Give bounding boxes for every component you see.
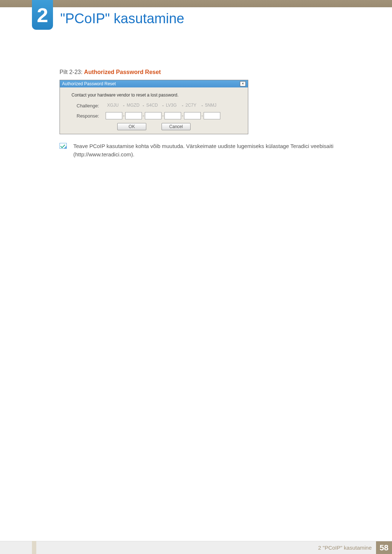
challenge-part-3: S4CD — [145, 103, 162, 108]
challenge-row: Challenge: XGJU- MGZD- S4CD- LV3G- 2C7Y-… — [66, 103, 242, 108]
dialog-titlebar: Authorized Password Reset × — [60, 80, 248, 87]
footer-page-number: 58 — [376, 541, 392, 554]
response-input-6[interactable] — [204, 112, 220, 119]
top-bar — [0, 0, 392, 7]
response-row: Response: - - - - - — [66, 112, 242, 119]
challenge-part-5: 2C7Y — [184, 103, 201, 108]
footer-accent — [32, 541, 36, 554]
chapter-badge: 2 — [32, 0, 53, 30]
page-title: "PCoIP" kasutamine — [60, 11, 184, 26]
dialog-message: Contact your hardware vendor to reset a … — [66, 93, 242, 98]
ok-button[interactable]: OK — [117, 123, 146, 130]
dialog-title-text: Authorized Password Reset — [62, 81, 116, 86]
challenge-part-1: XGJU — [106, 103, 122, 108]
response-input-5[interactable] — [184, 112, 201, 119]
note-row: Teave PCoIP kasutamise kohta võib muutud… — [60, 142, 356, 159]
note-icon — [60, 143, 67, 149]
footer-label: 2 "PCoIP" kasutamine — [314, 545, 376, 551]
challenge-part-6: 5NMJ — [204, 103, 220, 108]
caption-prefix: Pilt 2-23: — [60, 69, 84, 75]
cancel-button[interactable]: Cancel — [162, 123, 191, 130]
close-icon[interactable]: × — [240, 81, 246, 86]
challenge-part-2: MGZD — [125, 103, 142, 108]
response-input-1[interactable] — [106, 112, 122, 119]
content: Pilt 2-23: Authorized Password Reset Aut… — [60, 69, 356, 159]
response-input-4[interactable] — [164, 112, 181, 119]
figure-caption: Pilt 2-23: Authorized Password Reset — [60, 69, 356, 75]
note-text: Teave PCoIP kasutamise kohta võib muutud… — [73, 142, 356, 159]
chapter-number: 2 — [37, 3, 48, 27]
response-input-2[interactable] — [125, 112, 142, 119]
response-input-3[interactable] — [145, 112, 162, 119]
challenge-part-4: LV3G — [164, 103, 181, 108]
response-label: Response: — [77, 113, 106, 119]
challenge-label: Challenge: — [77, 103, 106, 108]
dialog-body: Contact your hardware vendor to reset a … — [60, 87, 248, 134]
dialog-authorized-password-reset: Authorized Password Reset × Contact your… — [60, 80, 248, 134]
caption-title: Authorized Password Reset — [84, 69, 161, 75]
footer: 2 "PCoIP" kasutamine 58 — [0, 541, 392, 554]
dialog-buttons: OK Cancel — [66, 123, 242, 130]
